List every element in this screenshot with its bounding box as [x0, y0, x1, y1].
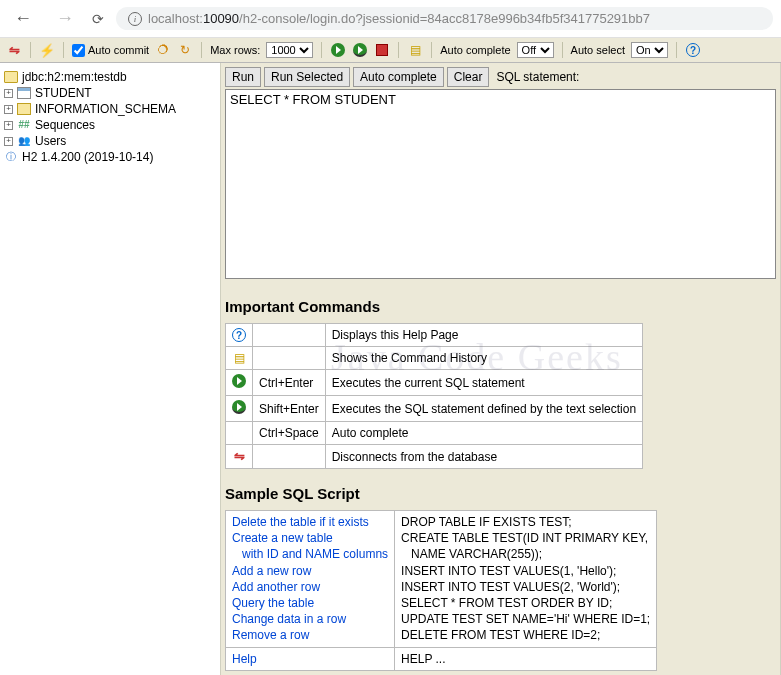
browser-bar: ← → ⟳ i localhost:10090/h2-console/login… [0, 0, 781, 38]
sql-line: DROP TABLE IF EXISTS TEST; [401, 514, 650, 530]
sql-line: CREATE TABLE TEST(ID INT PRIMARY KEY, [401, 530, 650, 546]
table-icon [17, 87, 31, 99]
stop-icon[interactable] [374, 42, 390, 58]
play-selected-icon[interactable] [232, 400, 246, 414]
sql-button-row: Run Run Selected Auto complete Clear SQL… [225, 67, 776, 87]
disconnect-icon[interactable]: ⇋ [6, 42, 22, 58]
run-button[interactable]: Run [225, 67, 261, 87]
sql-line: NAME VARCHAR(255)); [401, 546, 650, 562]
tree-label: Sequences [35, 118, 95, 132]
sql-statement-label: SQL statement: [496, 70, 579, 84]
auto-complete-button[interactable]: Auto complete [353, 67, 444, 87]
auto-complete-select[interactable]: Off [517, 42, 554, 58]
script-link[interactable]: Change data in a row [232, 611, 388, 627]
sidebar: jdbc:h2:mem:testdb + STUDENT + INFORMATI… [0, 63, 220, 675]
rollback-icon[interactable]: ↻ [177, 42, 193, 58]
desc-cell: Shows the Command History [325, 347, 642, 370]
history-icon[interactable]: ▤ [407, 42, 423, 58]
script-link[interactable]: Create a new table [232, 530, 388, 546]
desc-cell: Disconnects from the database [325, 445, 642, 469]
play-icon[interactable] [232, 374, 246, 388]
sql-textarea[interactable] [225, 89, 776, 279]
run-selected-button[interactable]: Run Selected [264, 67, 350, 87]
database-icon [4, 71, 18, 83]
auto-commit-label: Auto commit [88, 44, 149, 56]
desc-cell: Displays this Help Page [325, 324, 642, 347]
url-text: localhost:10090/h2-console/login.do?jses… [148, 11, 650, 26]
table-row: Shift+Enter Executes the SQL statement d… [226, 396, 643, 422]
version-row: ⓘ H2 1.4.200 (2019-10-14) [4, 149, 216, 165]
forward-button[interactable]: → [50, 6, 80, 31]
desc-cell: Auto complete [325, 422, 642, 445]
sql-line: UPDATE TEST SET NAME='Hi' WHERE ID=1; [401, 611, 650, 627]
info-icon: ⓘ [4, 151, 18, 163]
script-link[interactable]: Query the table [232, 595, 388, 611]
db-label: jdbc:h2:mem:testdb [22, 70, 127, 84]
commit-icon[interactable]: 🔿 [155, 42, 171, 58]
reload-button[interactable]: ⟳ [92, 11, 104, 27]
max-rows-select[interactable]: 1000 [266, 42, 313, 58]
users-icon: 👥 [17, 135, 31, 147]
important-commands-title: Important Commands [225, 298, 776, 315]
commands-table: ? Displays this Help Page ▤ Shows the Co… [225, 323, 643, 469]
sql-line: SELECT * FROM TEST ORDER BY ID; [401, 595, 650, 611]
empty-icon [226, 422, 253, 445]
script-link[interactable]: Add a new row [232, 563, 388, 579]
sql-line: DELETE FROM TEST WHERE ID=2; [401, 627, 650, 643]
tree-label: INFORMATION_SCHEMA [35, 102, 176, 116]
script-link[interactable]: Delete the table if it exists [232, 514, 388, 530]
help-icon[interactable]: ? [685, 42, 701, 58]
content: Run Run Selected Auto complete Clear SQL… [220, 63, 781, 675]
script-link[interactable]: with ID and NAME columns [232, 546, 388, 562]
disconnect-icon[interactable]: ⇋ [234, 449, 245, 464]
sequences-icon: ## [17, 119, 31, 131]
sql-line: INSERT INTO TEST VALUES(1, 'Hello'); [401, 563, 650, 579]
table-row: ? Displays this Help Page [226, 324, 643, 347]
run-icon[interactable] [330, 42, 346, 58]
script-sql-cell: DROP TABLE IF EXISTS TEST; CREATE TABLE … [395, 511, 657, 648]
tree-item-sequences[interactable]: + ## Sequences [4, 117, 216, 133]
table-row: Delete the table if it exists Create a n… [226, 511, 657, 648]
auto-select-select[interactable]: On [631, 42, 668, 58]
back-button[interactable]: ← [8, 6, 38, 31]
help-icon[interactable]: ? [232, 328, 246, 342]
folder-icon [17, 103, 31, 115]
db-node[interactable]: jdbc:h2:mem:testdb [4, 69, 216, 85]
history-icon[interactable]: ▤ [234, 351, 245, 365]
table-row: Ctrl+Space Auto complete [226, 422, 643, 445]
help-sql: HELP ... [395, 647, 657, 670]
help-link[interactable]: Help [232, 651, 388, 667]
key-cell [253, 324, 326, 347]
sample-script-title: Sample SQL Script [225, 485, 776, 502]
key-cell: Ctrl+Space [253, 422, 326, 445]
script-link[interactable]: Remove a row [232, 627, 388, 643]
script-link[interactable]: Add another row [232, 579, 388, 595]
table-row: ▤ Shows the Command History [226, 347, 643, 370]
table-row: Ctrl+Enter Executes the current SQL stat… [226, 370, 643, 396]
site-info-icon[interactable]: i [128, 12, 142, 26]
key-cell [253, 445, 326, 469]
desc-cell: Executes the current SQL statement [325, 370, 642, 396]
tree-label: STUDENT [35, 86, 92, 100]
clear-button[interactable]: Clear [447, 67, 490, 87]
key-cell [253, 347, 326, 370]
refresh-icon[interactable]: ⚡ [39, 42, 55, 58]
max-rows-label: Max rows: [210, 44, 260, 56]
table-row: Help HELP ... [226, 647, 657, 670]
expand-icon[interactable]: + [4, 89, 13, 98]
expand-icon[interactable]: + [4, 137, 13, 146]
desc-cell: Executes the SQL statement defined by th… [325, 396, 642, 422]
run-selected-icon[interactable] [352, 42, 368, 58]
tree-item-users[interactable]: + 👥 Users [4, 133, 216, 149]
tree-item-student[interactable]: + STUDENT [4, 85, 216, 101]
tree-label: Users [35, 134, 66, 148]
address-bar[interactable]: i localhost:10090/h2-console/login.do?js… [116, 7, 773, 30]
auto-select-label: Auto select [571, 44, 625, 56]
expand-icon[interactable]: + [4, 121, 13, 130]
script-links-cell: Delete the table if it exists Create a n… [226, 511, 395, 648]
key-cell: Shift+Enter [253, 396, 326, 422]
script-table: Delete the table if it exists Create a n… [225, 510, 657, 671]
expand-icon[interactable]: + [4, 105, 13, 114]
auto-commit-checkbox[interactable]: Auto commit [72, 44, 149, 57]
tree-item-information-schema[interactable]: + INFORMATION_SCHEMA [4, 101, 216, 117]
